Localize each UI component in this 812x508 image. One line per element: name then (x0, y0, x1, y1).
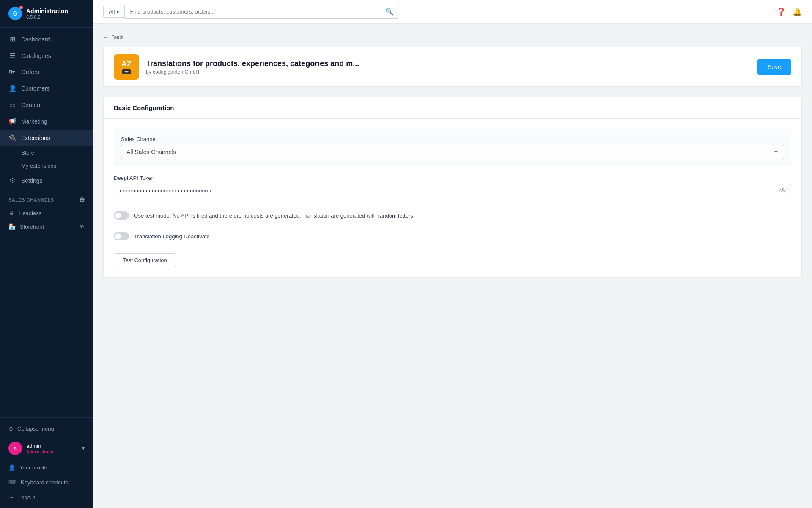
dashboard-icon: ⊞ (8, 35, 16, 43)
admin-role: Administrator (26, 449, 54, 454)
sidebar-item-customers[interactable]: 👤 Customers (0, 80, 93, 97)
sidebar-item-storefront[interactable]: 🏪 Storefront 👁 (0, 220, 93, 233)
sales-channel-group: Sales Channel All Sales Channels (114, 129, 791, 166)
test-mode-label: Use test mode. No API is fired and there… (134, 213, 413, 219)
sidebar-item-extensions[interactable]: 🔌 Extensions (0, 130, 93, 146)
deepl-section: Deepl API Token 👁 Use test mode. No API … (114, 175, 791, 267)
test-configuration-button[interactable]: Test Configuration (114, 253, 176, 267)
topbar: All ▾ 🔍 ❓ 🔔 (93, 0, 812, 24)
sidebar-item-headless[interactable]: 🖥 Headless (0, 206, 93, 220)
logo-notification-dot (19, 6, 23, 9)
sidebar-item-orders[interactable]: 🛍 Orders (0, 64, 93, 80)
search-input-wrap: 🔍 (124, 5, 399, 19)
translation-logging-label: Translation Logging Deactivate (134, 233, 210, 240)
storefront-visibility-icon[interactable]: 👁 (79, 224, 85, 230)
search-input[interactable] (130, 8, 385, 15)
admin-info: admin Administrator (26, 443, 54, 454)
search-icon[interactable]: 🔍 (385, 8, 394, 16)
sidebar-item-dashboard[interactable]: ⊞ Dashboard (0, 31, 93, 47)
admin-section[interactable]: A admin Administrator ▾ (0, 436, 93, 460)
logout-label: Logout (18, 494, 35, 500)
sidebar-sub-item-label: My extensions (21, 163, 56, 169)
keyboard-icon: ⌨ (8, 479, 16, 486)
topbar-actions: ❓ 🔔 (776, 7, 802, 17)
profile-icon: 👤 (8, 464, 15, 471)
back-link[interactable]: ← Back (103, 34, 802, 40)
sidebar: G Administration 6.5.8.2 ⊞ Dashboard ☰ C… (0, 0, 93, 508)
sidebar-item-content[interactable]: ⚏ Content (0, 97, 93, 113)
add-sales-channel-button[interactable]: ⊕ (79, 196, 85, 204)
extensions-icon: 🔌 (8, 134, 16, 142)
content-icon: ⚏ (8, 101, 16, 109)
app-logo-icon: G (8, 7, 22, 20)
catalogues-icon: ☰ (8, 52, 16, 60)
plugin-icon: AZ </> (114, 54, 139, 80)
collapse-menu-icon: ⊙ (8, 425, 13, 432)
translation-logging-slider (114, 232, 129, 240)
sidebar-item-label: Extensions (21, 135, 50, 141)
config-section-title: Basic Configuration (114, 104, 174, 111)
sidebar-item-label: Customers (21, 85, 50, 92)
app-title: Administration (26, 8, 68, 14)
sales-channel-label: Storefront (20, 224, 44, 230)
admin-name: admin (26, 443, 54, 449)
save-button[interactable]: Save (757, 59, 791, 75)
admin-chevron-icon: ▾ (82, 445, 85, 451)
sidebar-bottom: ⊙ Collapse menu A admin Administrator ▾ … (0, 417, 93, 508)
page-content: ← Back AZ </> Translations for products,… (93, 24, 812, 508)
sidebar-nav: ⊞ Dashboard ☰ Catalogues 🛍 Orders 👤 Cust… (0, 28, 93, 417)
config-card-header: Basic Configuration (104, 97, 801, 119)
plugin-icon-text: AZ (121, 60, 132, 69)
config-card-body: Sales Channel All Sales Channels Deepl A… (104, 119, 801, 277)
sidebar-item-settings[interactable]: ⚙ Settings (0, 172, 93, 189)
test-mode-toggle-row: Use test mode. No API is fired and there… (114, 205, 791, 226)
collapse-menu-button[interactable]: ⊙ Collapse menu (0, 421, 93, 436)
storefront-icon: 🏪 (8, 223, 16, 230)
password-visibility-toggle[interactable]: 👁 (779, 187, 786, 195)
logout-button[interactable]: → Logout (0, 490, 93, 505)
search-container: All ▾ 🔍 (103, 5, 399, 19)
plugin-info: Translations for products, experiences, … (146, 59, 751, 75)
help-icon[interactable]: ❓ (776, 7, 786, 17)
search-filter-label: All (109, 8, 115, 15)
plugin-title: Translations for products, experiences, … (146, 59, 751, 68)
settings-icon: ⚙ (8, 177, 16, 185)
config-card: Basic Configuration Sales Channel All Sa… (103, 97, 802, 278)
sales-channel-label: Headless (19, 210, 41, 216)
sidebar-sub-item-store[interactable]: Store (0, 146, 93, 159)
orders-icon: 🛍 (8, 68, 16, 76)
sidebar-item-marketing[interactable]: 📢 Marketing (0, 113, 93, 130)
plugin-author: by codegiganten GmbH (146, 69, 751, 75)
deepl-token-label: Deepl API Token (114, 175, 791, 181)
notifications-icon[interactable]: 🔔 (793, 7, 802, 17)
sidebar-item-label: Orders (21, 69, 39, 75)
sales-channels-section: Sales Channels ⊕ (0, 189, 93, 206)
logout-icon: → (8, 494, 14, 500)
plugin-header: AZ </> Translations for products, experi… (103, 47, 802, 87)
keyboard-shortcuts-button[interactable]: ⌨ Keyboard shortcuts (0, 475, 93, 490)
your-profile-button[interactable]: 👤 Your profile (0, 460, 93, 475)
keyboard-shortcuts-label: Keyboard shortcuts (21, 479, 68, 486)
sidebar-item-label: Catalogues (21, 52, 51, 59)
deepl-token-field-wrap: 👁 (114, 184, 791, 198)
translation-logging-toggle-row: Translation Logging Deactivate (114, 226, 791, 246)
logo-text: Administration 6.5.8.2 (26, 8, 68, 19)
your-profile-label: Your profile (19, 464, 47, 471)
app-version: 6.5.8.2 (26, 14, 68, 19)
translation-logging-toggle[interactable] (114, 232, 129, 240)
sales-channels-title: Sales Channels (8, 197, 54, 202)
sidebar-sub-item-label: Store (21, 149, 34, 156)
collapse-menu-label: Collapse menu (17, 425, 54, 432)
admin-avatar: A (8, 442, 22, 455)
headless-icon: 🖥 (8, 210, 14, 216)
marketing-icon: 📢 (8, 117, 16, 125)
sales-channel-select[interactable]: All Sales Channels (121, 145, 784, 159)
sidebar-logo: G Administration 6.5.8.2 (0, 0, 93, 28)
test-mode-toggle[interactable] (114, 211, 129, 220)
search-filter-dropdown[interactable]: All ▾ (103, 6, 124, 18)
sidebar-item-catalogues[interactable]: ☰ Catalogues (0, 47, 93, 64)
main-content: All ▾ 🔍 ❓ 🔔 ← Back AZ </> Trans (93, 0, 812, 508)
sidebar-sub-item-my-extensions[interactable]: My extensions (0, 159, 93, 172)
back-arrow-icon: ← (103, 34, 109, 40)
deepl-token-input[interactable] (114, 184, 791, 198)
